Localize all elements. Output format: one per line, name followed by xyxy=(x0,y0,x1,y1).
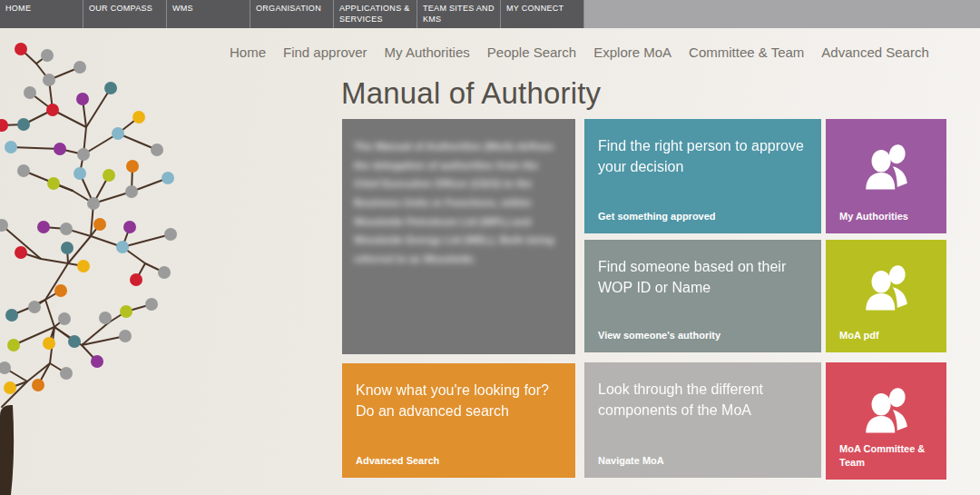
top-nav-home[interactable]: HOME xyxy=(0,0,83,28)
site-nav: Home Find approver My Authorities People… xyxy=(230,45,929,60)
tile-action-label: Advanced Search xyxy=(356,454,568,467)
people-icon xyxy=(862,141,911,193)
people-icon xyxy=(862,384,911,437)
intro-blurred-text: The Manual of Authorities (MoA) defines … xyxy=(342,119,575,287)
people-icon xyxy=(862,262,911,314)
tile-moa-pdf[interactable]: MoA pdf xyxy=(826,240,946,352)
site-nav-explore-moa[interactable]: Explore MoA xyxy=(593,45,671,60)
tile-headline-line: Look through the different xyxy=(598,379,810,400)
site-nav-people-search[interactable]: People Search xyxy=(487,45,576,60)
top-nav-organisation[interactable]: ORGANISATION xyxy=(250,0,334,28)
tile-action-label: MoA pdf xyxy=(839,329,939,342)
top-nav-our-compass[interactable]: OUR COMPASS xyxy=(83,0,167,28)
site-nav-committee-team[interactable]: Committee & Team xyxy=(689,45,804,60)
top-nav-applications-services[interactable]: APPLICATIONS & SERVICES xyxy=(334,0,417,28)
top-nav-bar: HOME OUR COMPASS WMS ORGANISATION APPLIC… xyxy=(0,0,980,28)
tree-trunk xyxy=(0,405,14,495)
top-nav-team-sites-kms[interactable]: TEAM SITES AND KMS xyxy=(417,0,501,28)
site-nav-advanced-search[interactable]: Advanced Search xyxy=(821,45,928,60)
tile-view-authority[interactable]: Find someone based on their WOP ID or Na… xyxy=(584,240,821,352)
tile-action-label: View someone's authority xyxy=(598,329,814,342)
tile-my-authorities[interactable]: My Authorities xyxy=(826,119,946,233)
tile-action-label: My Authorities xyxy=(839,210,939,223)
tile-action-label: MoA Committee & Team xyxy=(839,442,939,469)
tile-headline-line: Find someone based on their xyxy=(598,256,810,277)
tile-action-label: Navigate MoA xyxy=(598,454,814,467)
tile-headline-line: WOP ID or Name xyxy=(598,277,810,298)
tile-action-label: Get something approved xyxy=(598,210,814,223)
tile-advanced-search[interactable]: Know what you're looking for? Do an adva… xyxy=(342,363,575,478)
site-nav-find-approver[interactable]: Find approver xyxy=(283,45,368,60)
page: HOME OUR COMPASS WMS ORGANISATION APPLIC… xyxy=(0,0,980,495)
tile-headline: Find the right person to approve your de… xyxy=(584,119,821,177)
tile-headline: Find someone based on their WOP ID or Na… xyxy=(584,240,821,298)
tile-navigate-moa[interactable]: Look through the different components of… xyxy=(584,362,821,478)
decor-tree xyxy=(0,28,345,495)
top-nav-wms[interactable]: WMS xyxy=(167,0,250,28)
tile-moa-committee-team[interactable]: MoA Committee & Team xyxy=(826,362,946,480)
site-nav-my-authorities[interactable]: My Authorities xyxy=(385,45,470,60)
tile-headline: Look through the different components of… xyxy=(584,362,821,421)
tile-headline-line: components of the MoA xyxy=(598,400,810,421)
tile-get-approved[interactable]: Find the right person to approve your de… xyxy=(584,119,821,233)
tile-headline-line: Do an advanced search xyxy=(356,401,564,421)
tile-headline: Know what you're looking for? Do an adva… xyxy=(342,363,575,421)
site-nav-home[interactable]: Home xyxy=(230,45,266,60)
tile-moa-intro: The Manual of Authorities (MoA) defines … xyxy=(342,119,575,354)
top-nav-my-connect[interactable]: MY CONNECT xyxy=(501,0,584,28)
page-title: Manual of Authority xyxy=(341,76,601,111)
tile-headline-line: your decision xyxy=(598,156,810,177)
tile-headline-line: Find the right person to approve xyxy=(598,135,810,156)
tile-headline-line: Know what you're looking for? xyxy=(356,380,564,401)
